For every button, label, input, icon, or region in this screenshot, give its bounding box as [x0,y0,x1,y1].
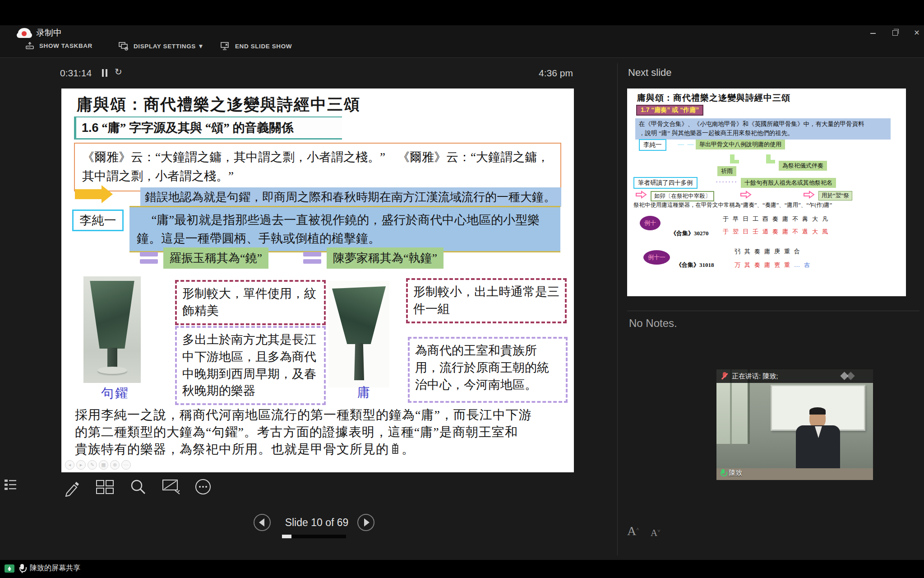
recording-indicator: 录制中 [18,27,62,39]
arrow-note-row: 錯誤地認為就是句鑃，即商周之際和春秋時期在南方江漢流域流行的一種大鐘。 [74,187,561,204]
font-decrease-letter: A [651,527,657,538]
royal-use-box: 為商代的王室和貴族所用，流行於原商王朝的統治中心，今河南地區。 [408,337,568,403]
caret-down-icon: ˅ [657,528,660,533]
window-controls: ✕ [869,29,921,37]
slide-progress-fill [282,535,291,538]
bell-handle [354,343,364,380]
preview-dash-connector: — — [678,141,695,148]
pink-arrow-icon-1 [635,191,647,199]
panel-divider [617,63,618,555]
pink-arrow-icon-2 [740,191,752,199]
example11-oracle-row: 弜其奏庸庚重合 [735,247,804,256]
slide-title: 庸與頌：商代禮樂之迻變與詩經中三頌 [77,94,360,115]
preview-scholar-box: 李純一 [639,139,666,151]
notes-text: No Notes. [629,317,677,330]
screen-share-icon [5,564,14,573]
titlebar: 录制中 SHOW TASKBAR DISPLAY SETTINGS ▼ END … [0,25,924,58]
restore-button[interactable] [891,29,900,37]
overlay-more-button[interactable]: ⋯ [121,460,131,470]
preview-section-badge: 1.7 “庸奏” 或 “作庸” [636,105,703,116]
next-arrow-icon [364,518,370,527]
bronze-yong-photo [328,281,389,387]
pink-arrow-icon-3 [803,191,815,199]
overlay-prev-button[interactable]: ◂ [65,460,74,470]
font-decrease-button[interactable]: A˅ [651,527,660,539]
current-slide[interactable]: 庸與頌：商代禮樂之迻變與詩經中三頌 1.6 “庸” 字字源及其與 “頌” 的音義… [61,89,574,472]
speaker-video-tile[interactable]: 正在讲话: 陳致; 陳致 [716,369,873,480]
slide-overlay-controls: ◂ ▸ ✎ ▦ ⊕ ⋯ [65,460,131,470]
previous-slide-button[interactable] [254,514,271,531]
label-yong: 庸 [357,384,371,401]
branch-arrow-right-icon [766,154,771,163]
example10-transcription-row: 于翌日壬迺奏庸不遘大風 [723,228,832,236]
pen-tool-button[interactable] [62,478,81,497]
thumbnail-list-icon[interactable] [4,478,17,491]
display-settings-button[interactable]: DISPLAY SETTINGS ▼ [118,42,204,51]
display-settings-label: DISPLAY SETTINGS ▼ [134,43,204,50]
speaking-label: 正在讲话: 陳致; [732,372,778,381]
presenter-view-screen: 录制中 SHOW TASKBAR DISPLAY SETTINGS ▼ END … [0,0,924,578]
screen-share-label: 陳致的屏幕共享 [30,564,80,573]
example11-red-glyphs: 万其奏庸叀重 [735,261,794,268]
end-slide-show-icon [220,42,231,51]
preview-scholar-note: 舉出甲骨文中八例說明庸的使用 [696,140,785,149]
screen-share-status: 陳致的屏幕共享 [5,564,80,573]
oracle-glyph-yong-icon [391,443,400,455]
overlay-grid-button[interactable]: ▦ [99,460,108,470]
taskbar-icon [25,42,35,50]
example11-ref: 《合集》31018 [676,261,714,269]
notes-divider [627,311,919,311]
font-increase-letter: A [627,524,636,538]
southern-origin-box: 多出土於南方尤其是長江中下游地區，且多為商代中晚期到西周早期，及春秋晚期的樂器 [175,326,326,405]
equals-icon-right [303,252,321,265]
bell-stem [107,348,117,368]
paragraph-line3: 貴族特有的樂器，為祭祀中所用。也就是甲骨文所見的 [75,442,389,456]
overlay-next-button[interactable]: ▸ [76,460,86,470]
example10-oracle-row: 于早日工酉奏庸不冓大凡 [723,215,832,223]
overlay-zoom-button[interactable]: ⊕ [110,460,120,470]
recording-cloud-icon [18,28,31,38]
example10-oval: 例十 [640,216,661,230]
black-screen-button[interactable] [162,479,181,496]
overlay-pen-button[interactable]: ✎ [88,460,97,470]
scholar-name-box: 李純一 [72,210,124,231]
minimize-button[interactable] [869,29,878,37]
end-slide-show-label: END SLIDE SHOW [235,43,292,50]
scholar-view-box: “庸”最初就是指那些過去一直被視作鐃的，盛行於商代中心地區的小型樂鐘。這是一種帶… [129,206,560,252]
preview-branch-left: 祈雨 [717,166,736,176]
section-title: “庸” 字字源及其與 “頌” 的音義關係 [102,121,293,135]
end-slide-show-button[interactable]: END SLIDE SHOW [220,42,292,51]
yellow-arrow-icon [75,189,102,199]
restart-timer-button[interactable]: ↻ [115,66,122,77]
system-taskbar: 陳致的屏幕共享 [0,560,924,578]
feature-small-box: 形制較小，出土時通常是三件一組 [406,278,567,323]
show-taskbar-button[interactable]: SHOW TASKBAR [25,42,92,50]
example11-transcription-row: 万其奏庸叀重…吉 [735,261,814,269]
close-button[interactable]: ✕ [912,29,921,37]
next-slide-button[interactable] [357,514,374,531]
conclusion-paragraph: 採用李純一之說，稱商代河南地區流行的第一種類型的鐘為“庸”，而長江中下游 的第二… [75,406,565,458]
next-slide-preview: 庸與頌：商代禮樂之迻變與詩經中三頌 1.7 “庸奏” 或 “作庸” 在《甲骨文合… [627,89,906,296]
taskbar-mic-icon [19,564,25,573]
display-settings-icon [118,42,129,51]
preview-branch-right: 為祭祀儀式伴奏 [779,161,827,171]
luozhenyu-box: 羅振玉稱其為“鐃” [163,247,268,269]
preview-arrow-box2: 用於“翌”祭 [818,191,852,200]
paragraph-end: 。 [402,442,415,456]
font-increase-button[interactable]: A˄ [627,524,639,538]
see-all-slides-button[interactable] [96,479,115,496]
zoom-slide-button[interactable] [129,478,147,496]
bronze-nao-photo [83,276,141,383]
preview-title: 庸與頌：商代禮樂之迻變與詩經中三頌 [637,92,790,104]
preview-intro-line2: ，說明 “庸” 與其他樂器一起被商王用來祭祀他們的祖先。 [639,130,794,136]
paragraph-line2: 的第二種類型的大鐘為“句鑃”。考古方面的證據表明，這種“庸”是商朝王室和 [75,425,518,439]
preview-usage-line: 祭祀中使用庸這種樂器，在甲骨文中常稱為“庸奏”、“奏庸”、“庸用”、“乍(作)庸… [633,201,901,209]
next-slide-label: Next slide [628,67,672,79]
erya-quote-box: 《爾雅》云：“大鐘謂之鏞，其中謂之剽，小者謂之棧。” 《爾雅》云：“大鐘謂之鏞，… [74,143,561,191]
preview-author-note: 十餘句有殷人祖先名或其他祭祀名 [741,178,836,188]
pause-timer-button[interactable] [101,69,109,77]
more-options-button[interactable] [194,478,212,496]
slide-counter: Slide 10 of 69 [277,517,356,529]
active-mic-icon [720,469,726,477]
preview-author-box: 筆者研讀了四十多例 [633,177,698,189]
